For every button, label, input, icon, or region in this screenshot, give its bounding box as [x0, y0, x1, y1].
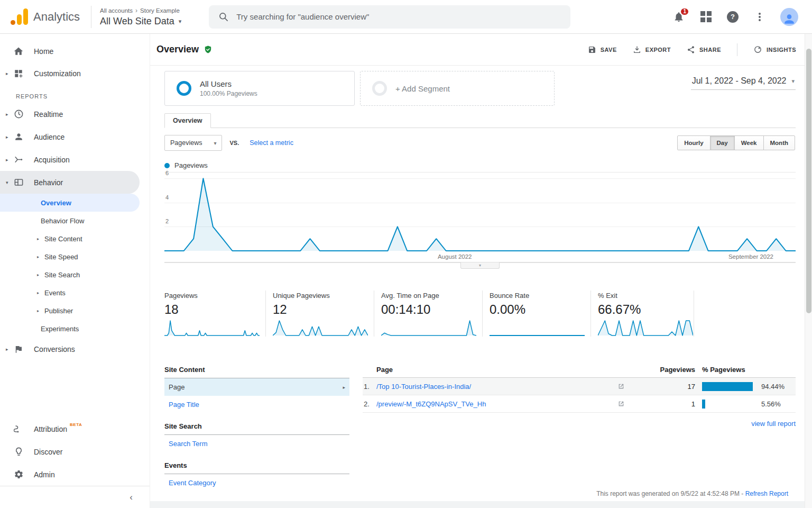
sidebar-item-discover[interactable]: Discover — [0, 440, 150, 463]
granularity-hourly-button[interactable]: Hourly — [677, 135, 710, 150]
scorecard-percent-exit[interactable]: % Exit 66.67% — [591, 291, 694, 337]
insights-button[interactable]: INSIGHTS — [753, 45, 796, 54]
expand-arrow-icon: ▸ — [37, 291, 44, 295]
granularity-day-button[interactable]: Day — [710, 135, 735, 150]
apps-button[interactable] — [699, 11, 712, 23]
scorecard-pageviews[interactable]: Pageviews 18 — [164, 291, 266, 337]
sidebar-label: Admin — [34, 470, 55, 479]
share-button[interactable]: SHARE — [687, 46, 721, 54]
sidebar-item-admin[interactable]: Admin — [0, 463, 150, 486]
tabs-row: Overview — [164, 113, 796, 128]
sidebar-item-attribution[interactable]: Attribution BETA — [0, 418, 150, 440]
report-footer: This report was generated on 9/5/22 at 4… — [596, 490, 788, 497]
sidebar-item-conversions[interactable]: ▸ Conversions — [0, 338, 150, 360]
table-row: 1. /Top 10-Tourist-Places-in-India/ 17 9… — [363, 378, 796, 395]
segment-all-users[interactable]: All Users 100.00% Pageviews — [164, 71, 355, 106]
sidebar-item-home[interactable]: Home — [0, 40, 150, 62]
chart-controls: Pageviews ▾ VS. Select a metric Hourly D… — [164, 135, 796, 151]
group-title-events: Events — [164, 458, 349, 474]
scrollbar-thumb[interactable] — [806, 49, 811, 313]
timeline-expander-handle[interactable]: ▾ — [460, 262, 500, 269]
percent-pageviews-cell: 94.44% — [695, 382, 796, 391]
date-range-selector[interactable]: Jul 1, 2022 - Sep 4, 2022 ▾ — [691, 74, 796, 90]
granularity-week-button[interactable]: Week — [734, 135, 764, 150]
save-button[interactable]: SAVE — [588, 46, 617, 54]
dimension-item-search-term[interactable]: Search Term — [164, 435, 349, 452]
scorecard-unique-pageviews[interactable]: Unique Pageviews 12 — [266, 291, 374, 337]
save-icon — [588, 46, 596, 54]
sidebar-label: Attribution — [34, 425, 67, 433]
sidebar-item-behavior-flow[interactable]: Behavior Flow — [0, 212, 150, 230]
account-switcher[interactable]: All accounts › Story Example All Web Sit… — [100, 7, 181, 27]
column-header-page[interactable]: Page — [363, 366, 611, 374]
acquisition-icon — [12, 155, 25, 165]
sidebar-item-site-content[interactable]: ▸ Site Content — [0, 230, 150, 248]
metric-dropdown[interactable]: Pageviews ▾ — [164, 135, 222, 151]
breadcrumb-account[interactable]: Story Example — [140, 7, 180, 14]
external-link-icon[interactable] — [611, 400, 632, 407]
scorecard-bounce-rate[interactable]: Bounce Rate 0.00% — [483, 291, 591, 337]
pageviews-line-chart[interactable]: 6 4 2 — [164, 172, 796, 251]
date-range-value: Jul 1, 2022 - Sep 4, 2022 — [692, 76, 787, 86]
sidebar-item-acquisition[interactable]: ▸ Acquisition — [0, 148, 150, 171]
percent-bar — [702, 382, 753, 391]
download-icon — [633, 46, 641, 54]
select-metric-link[interactable]: Select a metric — [250, 139, 293, 147]
sidebar-item-events[interactable]: ▸ Events — [0, 284, 150, 302]
sidebar-item-audience[interactable]: ▸ Audience — [0, 125, 150, 148]
sidebar-item-publisher[interactable]: ▸ Publisher — [0, 302, 150, 320]
beta-badge: BETA — [70, 422, 82, 427]
sidebar-collapse-button[interactable]: ‹ — [0, 486, 150, 508]
sidebar-item-site-speed[interactable]: ▸ Site Speed — [0, 248, 150, 266]
column-header-percent-pageviews[interactable]: % Pageviews — [695, 366, 796, 374]
segment-name: All Users — [200, 79, 257, 88]
sidebar-item-site-search[interactable]: ▸ Site Search — [0, 266, 150, 284]
sidebar-label: Audience — [34, 133, 64, 141]
view-full-report-link[interactable]: view full report — [363, 420, 796, 428]
chart-timeline-scrollbar[interactable]: ▾ — [164, 262, 796, 269]
x-tick-label: September 2022 — [728, 253, 773, 260]
chart-line-series — [164, 173, 796, 252]
sidebar-item-realtime[interactable]: ▸ Realtime — [0, 103, 150, 125]
caret-down-icon: ▾ — [214, 140, 216, 146]
divider — [737, 43, 737, 56]
sidebar-item-behavior-overview[interactable]: Overview — [0, 194, 140, 212]
analytics-home-link[interactable]: Analytics — [0, 8, 90, 26]
sidebar-label: Discover — [34, 448, 62, 456]
page-link[interactable]: /preview/-M_t6ZQ9NApSV_TVe_Hh — [376, 400, 611, 408]
notifications-button[interactable]: 1 — [672, 11, 685, 23]
breadcrumb: All accounts › Story Example — [100, 7, 181, 14]
bottom-gutter — [150, 501, 805, 508]
group-title-site-search: Site Search — [164, 419, 349, 435]
help-button[interactable]: ? — [726, 11, 739, 23]
dimension-item-event-category[interactable]: Event Category — [164, 474, 349, 492]
sidebar-label: Site Search — [44, 271, 80, 279]
search-bar[interactable]: Try searching for "audience overview" — [209, 5, 570, 29]
column-header-pageviews[interactable]: Pageviews — [611, 366, 695, 374]
scorecard-avg-time-on-page[interactable]: Avg. Time on Page 00:14:10 — [374, 291, 483, 337]
add-segment-button[interactable]: + Add Segment — [360, 71, 555, 106]
page-link[interactable]: /Top 10-Tourist-Places-in-India/ — [376, 383, 611, 391]
sidebar-item-experiments[interactable]: Experiments — [0, 320, 150, 338]
more-options-button[interactable] — [753, 11, 766, 23]
sidebar-label: Behavior — [34, 178, 63, 187]
sidebar-item-behavior[interactable]: ▾ Behavior — [0, 171, 140, 194]
external-link-icon[interactable] — [611, 383, 632, 390]
granularity-month-button[interactable]: Month — [763, 135, 795, 150]
dimension-item-page[interactable]: Page ▸ — [164, 378, 349, 396]
sparkline-percent-exit — [598, 319, 693, 337]
gear-icon — [12, 469, 25, 479]
vertical-scrollbar[interactable] — [805, 34, 812, 508]
search-icon — [218, 12, 229, 22]
account-avatar[interactable] — [780, 8, 798, 26]
topbar-icons: 1 ? — [672, 8, 812, 26]
property-selector[interactable]: All Web Site Data ▾ — [100, 16, 181, 27]
expand-arrow-icon: ▸ — [0, 112, 10, 117]
sidebar-item-customization[interactable]: ▸ Customization — [0, 62, 150, 85]
tab-overview[interactable]: Overview — [164, 113, 211, 128]
breadcrumb-root[interactable]: All accounts — [100, 7, 133, 14]
verified-shield-icon — [204, 45, 213, 54]
export-button[interactable]: EXPORT — [633, 46, 671, 54]
refresh-report-link[interactable]: Refresh Report — [745, 490, 788, 497]
dimension-item-page-title[interactable]: Page Title — [164, 396, 349, 413]
